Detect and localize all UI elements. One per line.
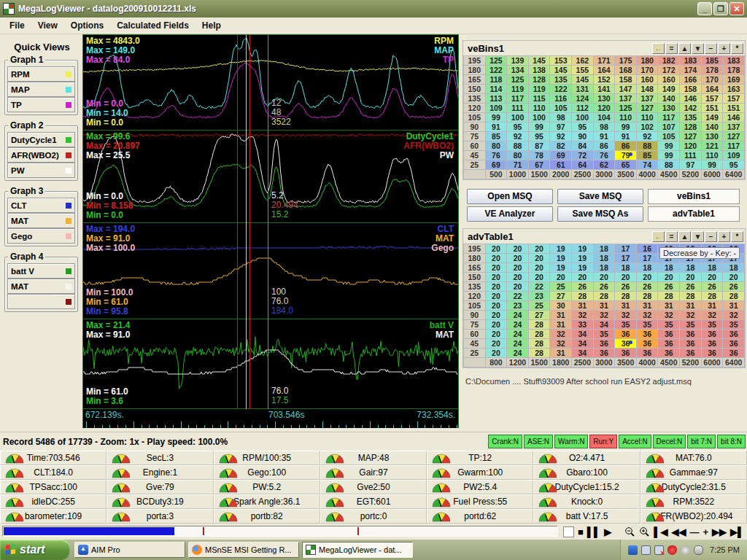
table-cell[interactable]: 20 [572, 273, 594, 282]
sidebar-item-clt[interactable]: CLT [7, 198, 75, 213]
table-cell[interactable]: 28 [528, 349, 550, 358]
table-cell[interactable]: 151 [723, 104, 745, 113]
table-cell[interactable]: 32 [723, 311, 745, 320]
table-cell[interactable]: 99 [658, 141, 680, 151]
minus-button[interactable]: — [690, 526, 700, 537]
table-cell[interactable]: 32 [593, 311, 615, 320]
table-cell[interactable]: 34 [593, 320, 615, 330]
table-cell[interactable]: 31 [615, 301, 637, 311]
table-cell[interactable]: 35 [701, 320, 723, 330]
table-cell[interactable]: 20 [615, 273, 637, 282]
table-cell[interactable]: 20 [528, 254, 550, 263]
table-cell[interactable]: 99 [658, 151, 680, 160]
table-cell[interactable]: 145 [528, 56, 550, 66]
table-cell[interactable]: 155 [572, 66, 594, 75]
close-button[interactable]: ✕ [729, 2, 744, 15]
table-cell[interactable]: 23 [507, 301, 529, 311]
stop-button[interactable]: ■ [578, 526, 584, 537]
table-cell[interactable]: 109 [485, 104, 507, 113]
table-cell[interactable]: 35 [593, 330, 615, 339]
table-cell[interactable]: 22 [528, 282, 550, 292]
sidebar-item-rpm[interactable]: RPM [7, 66, 75, 82]
play-button[interactable]: ▶ [604, 526, 611, 537]
table-cell[interactable]: 148 [636, 85, 658, 94]
table-cell[interactable]: 127 [636, 104, 658, 113]
table-cell[interactable]: 128 [680, 122, 702, 132]
table-cell[interactable]: 26 [680, 282, 702, 292]
table-cell[interactable]: 157 [723, 94, 745, 104]
minimize-button[interactable]: _ [697, 2, 712, 15]
table-cell[interactable]: 32 [550, 339, 572, 349]
table-cell[interactable]: 100 [572, 113, 594, 122]
table-cell[interactable]: 36 [701, 349, 723, 358]
table-cell[interactable]: 19 [550, 244, 572, 254]
table-increase-button[interactable]: ▲ [678, 43, 691, 54]
table-cell[interactable]: 19 [550, 254, 572, 263]
table-burn-button[interactable]: * [731, 43, 743, 54]
table-cell[interactable]: 76 [593, 151, 615, 160]
menu-view[interactable]: View [31, 18, 64, 33]
table-cell[interactable]: 146 [680, 94, 702, 104]
table-cell[interactable]: 160 [636, 75, 658, 85]
task-msnse-msi-getting-r[interactable]: MSnSE MSI Getting R... [188, 542, 299, 558]
table-cell[interactable]: 20 [593, 273, 615, 282]
table-cell[interactable]: 74 [636, 160, 658, 170]
table-cell[interactable]: 125 [507, 75, 529, 85]
table-cell[interactable]: 107 [658, 122, 680, 132]
table-cell[interactable]: 85 [636, 151, 658, 160]
table-cell[interactable]: 125 [485, 56, 507, 66]
table-cell[interactable]: 172 [658, 66, 680, 75]
table-cell[interactable]: 31 [550, 311, 572, 320]
tray-mouse-icon[interactable] [694, 545, 703, 555]
table-cell[interactable]: 88 [507, 141, 529, 151]
table-cell[interactable]: 117 [507, 94, 529, 104]
table-cell[interactable]: 175 [615, 56, 637, 66]
table-cell[interactable]: 20 [680, 273, 702, 282]
table-cell[interactable]: 82 [550, 141, 572, 151]
table-cell[interactable]: 28 [528, 330, 550, 339]
table-cell[interactable]: 32 [658, 311, 680, 320]
table-cell[interactable]: 80 [507, 151, 529, 160]
save-msq-as-button[interactable]: Save MSQ As [557, 206, 643, 222]
table-cell[interactable]: 99 [701, 160, 723, 170]
table-cell[interactable]: 28 [680, 292, 702, 301]
sidebar-item-blank[interactable] [7, 294, 75, 309]
table-cell[interactable]: 85 [485, 132, 507, 141]
table-cell[interactable]: 24 [507, 311, 529, 320]
fast-forward-button[interactable]: ▶▶ [712, 526, 727, 537]
tray-net-icon[interactable] [641, 545, 651, 555]
table-list-vebins1[interactable]: veBins1 [648, 189, 740, 204]
table-cell[interactable]: 122 [485, 66, 507, 75]
table-cell[interactable]: 27 [528, 311, 550, 320]
table-cell[interactable]: 72 [572, 151, 594, 160]
table-cell[interactable]: 20 [507, 244, 529, 254]
table-cell[interactable]: 28 [528, 339, 550, 349]
table-cell[interactable]: 28 [528, 320, 550, 330]
table-cell[interactable]: 169 [723, 75, 745, 85]
table-cell[interactable]: 174 [680, 66, 702, 75]
table-cell[interactable]: 36 [680, 349, 702, 358]
table-cell[interactable]: 117 [723, 141, 745, 151]
table-cell[interactable]: 139 [507, 56, 529, 66]
table-cell[interactable]: 20 [485, 349, 507, 358]
table-cell[interactable]: 36 [636, 349, 658, 358]
table-cell[interactable]: 20 [507, 254, 529, 263]
tray-netoff-icon[interactable] [654, 545, 664, 555]
table-cell[interactable]: 183 [680, 56, 702, 66]
table-cell[interactable]: 26 [615, 282, 637, 292]
sidebar-item-mat[interactable]: MAT [7, 213, 75, 228]
table-cell[interactable]: 17 [615, 244, 637, 254]
table-cell[interactable]: 36 [680, 330, 702, 339]
table-cell[interactable]: 36 [615, 339, 637, 349]
first-button[interactable]: ▌◀ [654, 526, 667, 537]
table-cell[interactable]: 20 [485, 273, 507, 282]
table-cell[interactable]: 164 [701, 85, 723, 94]
table-cell[interactable]: 62 [593, 160, 615, 170]
table-cell[interactable]: 20 [485, 254, 507, 263]
table-cell[interactable]: 110 [636, 113, 658, 122]
table-cell[interactable]: 36 [593, 349, 615, 358]
table-cell[interactable]: 92 [507, 132, 529, 141]
table-cell[interactable]: 182 [658, 56, 680, 66]
table-cell[interactable]: 114 [485, 85, 507, 94]
table-cell[interactable]: 99 [485, 113, 507, 122]
